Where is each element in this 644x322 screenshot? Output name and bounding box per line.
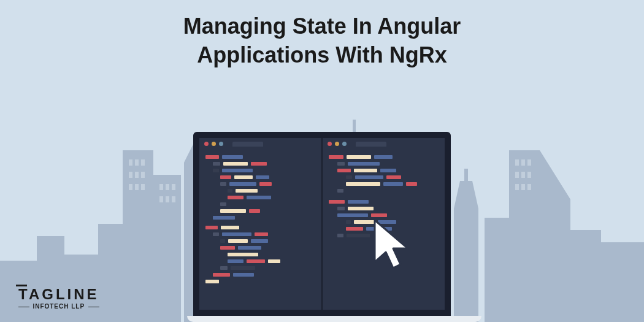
laptop-screen [193,132,451,316]
svg-rect-30 [141,159,145,166]
svg-rect-37 [159,184,163,190]
svg-rect-3 [98,224,123,322]
svg-rect-57 [527,184,531,190]
svg-rect-25 [540,199,570,322]
tab-icon [356,142,386,147]
svg-rect-28 [129,159,132,166]
max-dot-icon [219,142,223,146]
svg-rect-49 [515,159,519,166]
logo-main-text: TAGLINE [18,286,99,303]
svg-rect-35 [135,184,139,190]
svg-rect-51 [527,159,531,166]
svg-rect-27 [601,242,644,322]
min-dot-icon [212,142,216,146]
tab-icon [232,142,263,147]
svg-rect-39 [172,184,175,190]
svg-rect-33 [141,172,145,178]
svg-rect-31 [129,172,132,178]
svg-rect-41 [166,196,169,202]
svg-rect-56 [521,184,525,190]
svg-rect-34 [129,184,132,190]
window-controls [204,142,263,147]
svg-rect-32 [135,172,139,178]
laptop-base [187,316,481,322]
min-dot-icon [335,142,339,146]
svg-marker-64 [375,220,408,268]
cursor-icon [372,218,414,273]
svg-rect-54 [527,172,531,178]
close-dot-icon [204,142,209,146]
svg-rect-42 [172,196,175,202]
svg-rect-40 [159,196,163,202]
svg-rect-19 [454,209,478,322]
svg-rect-36 [141,184,145,190]
svg-marker-24 [540,150,570,199]
title-line-1: Managing State In Angular [0,12,644,41]
svg-rect-52 [515,172,519,178]
svg-rect-22 [485,218,509,322]
brand-logo: TAGLINE INFOTECH LLP [18,286,99,310]
svg-rect-38 [166,184,169,190]
max-dot-icon [342,142,347,146]
svg-marker-20 [454,181,478,209]
laptop-illustration [187,132,457,322]
page-title: Managing State In Angular Applications W… [0,12,644,70]
title-line-2: Applications With NgRx [0,41,644,70]
code-content [205,155,315,283]
svg-rect-21 [464,169,468,181]
logo-sub-text: INFOTECH LLP [18,303,99,310]
svg-rect-55 [515,184,519,190]
svg-rect-53 [521,172,525,178]
close-dot-icon [328,142,332,146]
window-controls [328,142,386,147]
editor-pane-left [199,138,323,310]
svg-rect-50 [521,159,525,166]
svg-rect-26 [570,230,601,322]
svg-rect-29 [135,159,139,166]
